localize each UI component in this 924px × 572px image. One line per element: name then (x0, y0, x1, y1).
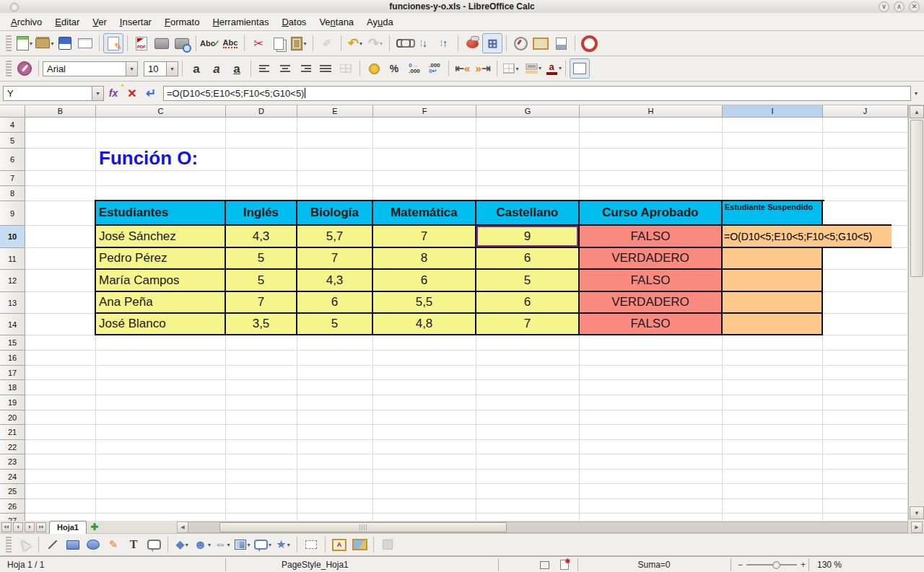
increase-indent-button[interactable]: »⇥ (473, 58, 493, 79)
cell[interactable]: José Sánchez (96, 226, 226, 248)
row-header-16[interactable]: 16 (0, 351, 25, 366)
underline-button[interactable]: a (227, 58, 247, 79)
row-header-9[interactable]: 9 (0, 201, 25, 226)
cell[interactable]: 5,7 (297, 226, 373, 248)
header-cell[interactable]: Estudiantes (96, 201, 226, 226)
cell[interactable]: 6 (373, 270, 476, 292)
cell[interactable]: 6 (297, 292, 373, 314)
datapilot-button[interactable]: ⊞ (482, 33, 502, 53)
cell[interactable]: Ana Peña (96, 292, 226, 314)
column-header-I[interactable]: I (723, 105, 823, 118)
zoom-in-icon[interactable]: + (801, 560, 806, 570)
basic-shapes-button[interactable]: ◆▾ (172, 534, 192, 555)
font-size-value[interactable]: 10 (144, 63, 166, 74)
styles-button[interactable] (14, 58, 35, 79)
hyperlink-button[interactable] (393, 33, 414, 53)
scroll-down-button[interactable]: ▼ (910, 506, 924, 519)
data-sources-button[interactable] (551, 33, 571, 53)
align-right-button[interactable] (295, 58, 315, 79)
menu-formato[interactable]: Formato (158, 14, 206, 30)
menu-herramientas[interactable]: Herramientas (206, 14, 275, 30)
stars-button[interactable]: ★▾ (273, 534, 293, 555)
select-tool-button[interactable] (14, 534, 35, 555)
callouts-button[interactable]: ▾ (253, 534, 273, 555)
column-header-H[interactable]: H (580, 105, 723, 118)
column-header-F[interactable]: F (373, 105, 476, 118)
students-table[interactable]: EstudiantesInglésBiologíaMatemáticaCaste… (95, 200, 824, 335)
row-header-11[interactable]: 11 (0, 248, 25, 270)
scroll-right-button[interactable]: ▶ (911, 522, 923, 533)
paste-button[interactable]: ▾ (289, 33, 309, 53)
edit-points-button[interactable] (301, 534, 321, 555)
autofilter-button[interactable] (462, 33, 482, 53)
function-wizard-button[interactable]: fx (104, 84, 123, 102)
row-header-18[interactable]: 18 (0, 380, 25, 395)
cell-i10-editing[interactable]: =O(D10<5;E10<5;F10<5;G10<5) (723, 226, 823, 248)
page-style[interactable]: PageStyle_Hoja1 (282, 557, 349, 572)
header-cell[interactable]: Estudiante Suspendido (723, 201, 823, 226)
scroll-up-button[interactable]: ▲ (910, 105, 924, 118)
cell[interactable]: 4,3 (226, 226, 297, 248)
cell[interactable]: 5 (297, 314, 373, 335)
cell[interactable] (723, 270, 823, 292)
delete-decimal-button[interactable]: .0000↵ (424, 58, 445, 79)
vertical-scrollbar[interactable]: ▲ ▼ (908, 105, 924, 521)
row-header-22[interactable]: 22 (0, 440, 25, 454)
grid-toggle-button[interactable] (570, 58, 590, 79)
export-pdf-button[interactable]: PDF (131, 33, 152, 53)
maximize-button[interactable]: ∧ (894, 1, 905, 12)
zoom-knob[interactable] (772, 561, 780, 569)
column-header-B[interactable]: B (25, 105, 96, 118)
cell[interactable] (723, 314, 823, 335)
open-button[interactable]: ▾ (35, 33, 55, 53)
font-size-combo[interactable]: 10 ▾ (144, 61, 178, 76)
last-sheet-button[interactable]: ⏵⏵ (36, 522, 46, 532)
cell[interactable]: VERDADERO (580, 248, 723, 270)
auto-spellcheck-button[interactable]: Abc (220, 33, 240, 53)
row-header-10[interactable]: 10 (0, 226, 25, 248)
zoom-level[interactable]: 130 % (817, 557, 842, 572)
add-decimal-button[interactable]: 0→.000 (404, 58, 424, 79)
row-header-24[interactable]: 24 (0, 470, 25, 484)
sort-descending-button[interactable]: ⁞↑ (434, 33, 454, 53)
percent-format-button[interactable]: % (384, 58, 404, 79)
callout-tool-button[interactable] (144, 534, 164, 555)
row-header-23[interactable]: 23 (0, 454, 25, 470)
row-header-27[interactable]: 27 (0, 514, 25, 521)
italic-button[interactable]: a (206, 58, 227, 79)
insert-mode-indicator[interactable] (540, 557, 549, 572)
merge-cells-button[interactable] (336, 58, 356, 79)
vertical-scroll-thumb[interactable] (910, 120, 923, 277)
symbol-shapes-button[interactable]: ☻▾ (192, 534, 212, 555)
gallery-button[interactable] (531, 33, 551, 53)
ellipse-tool-button[interactable] (83, 534, 103, 555)
toolbar-handle[interactable] (6, 537, 12, 553)
horizontal-scrollbar[interactable]: ◀ (177, 522, 908, 533)
cell[interactable] (723, 292, 823, 314)
close-button[interactable]: ✕ (909, 1, 920, 12)
freeform-tool-button[interactable]: ✎ (103, 534, 123, 555)
align-left-button[interactable] (255, 58, 275, 79)
row-header-20[interactable]: 20 (0, 410, 25, 425)
extrusion-button[interactable] (378, 534, 398, 555)
toolbar-handle[interactable] (6, 35, 12, 51)
cell[interactable]: 6 (476, 292, 580, 314)
print-preview-button[interactable] (172, 33, 192, 53)
menu-datos[interactable]: Datos (275, 14, 313, 30)
block-arrows-button[interactable]: ⇔▾ (212, 534, 232, 555)
selection-sum[interactable]: Suma=0 (578, 557, 731, 572)
cell[interactable]: 7 (373, 226, 476, 248)
menu-archivo[interactable]: Archivo (4, 14, 48, 30)
name-box-value[interactable]: Y (4, 88, 92, 99)
header-cell[interactable]: Castellano (476, 201, 580, 226)
cell[interactable]: María Campos (96, 270, 226, 292)
cell[interactable]: 7 (297, 248, 373, 270)
add-sheet-button[interactable]: ✚ (88, 522, 101, 532)
cell[interactable]: 4,3 (297, 270, 373, 292)
insert-image-button[interactable] (349, 534, 370, 555)
undo-button[interactable]: ↶▾ (345, 33, 365, 53)
spellcheck-button[interactable]: Abc✓ (200, 33, 220, 53)
cell[interactable]: FALSO (580, 270, 723, 292)
copy-button[interactable] (269, 33, 289, 53)
cell[interactable]: 6 (476, 248, 580, 270)
